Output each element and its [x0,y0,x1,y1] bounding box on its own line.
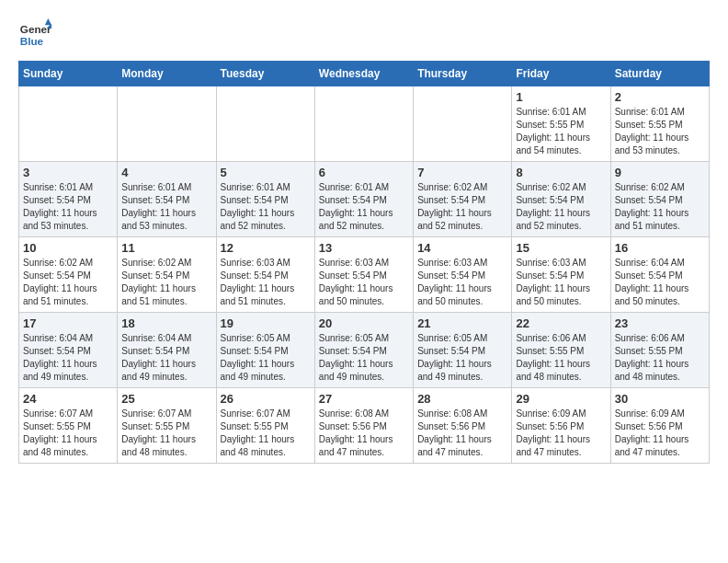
day-info: Sunrise: 6:08 AM Sunset: 5:56 PM Dayligh… [417,408,507,459]
day-number: 2 [615,90,705,104]
calendar-cell: 2Sunrise: 6:01 AM Sunset: 5:55 PM Daylig… [610,86,709,162]
day-info: Sunrise: 6:07 AM Sunset: 5:55 PM Dayligh… [121,408,211,459]
day-number: 29 [516,392,606,406]
day-info: Sunrise: 6:08 AM Sunset: 5:56 PM Dayligh… [319,408,409,459]
day-number: 3 [23,166,113,179]
day-number: 23 [615,316,705,330]
calendar-cell: 16Sunrise: 6:04 AM Sunset: 5:54 PM Dayli… [610,237,709,313]
day-info: Sunrise: 6:01 AM Sunset: 5:55 PM Dayligh… [516,106,606,157]
calendar-week-row: 24Sunrise: 6:07 AM Sunset: 5:55 PM Dayli… [19,388,710,464]
day-info: Sunrise: 6:07 AM Sunset: 5:55 PM Dayligh… [23,408,113,459]
day-number: 12 [221,241,311,255]
day-number: 5 [221,166,311,179]
day-info: Sunrise: 6:01 AM Sunset: 5:55 PM Dayligh… [615,106,705,157]
calendar-cell: 27Sunrise: 6:08 AM Sunset: 5:56 PM Dayli… [314,388,413,464]
calendar-cell: 30Sunrise: 6:09 AM Sunset: 5:56 PM Dayli… [610,388,709,464]
calendar-table: SundayMondayTuesdayWednesdayThursdayFrid… [18,61,710,464]
day-number: 6 [319,166,409,179]
day-number: 4 [121,166,211,179]
calendar-week-row: 3Sunrise: 6:01 AM Sunset: 5:54 PM Daylig… [19,162,710,237]
day-info: Sunrise: 6:07 AM Sunset: 5:55 PM Dayligh… [221,408,311,459]
day-number: 14 [417,241,507,255]
calendar-cell: 21Sunrise: 6:05 AM Sunset: 5:54 PM Dayli… [414,313,512,388]
day-number: 28 [417,392,507,406]
calendar-cell: 29Sunrise: 6:09 AM Sunset: 5:56 PM Dayli… [512,388,610,464]
calendar-cell [414,86,512,162]
day-number: 27 [319,392,409,406]
logo-icon: General Blue [18,18,51,52]
calendar-cell [118,86,216,162]
svg-marker-2 [45,18,51,25]
day-number: 11 [121,241,211,255]
day-number: 24 [23,392,113,406]
day-number: 17 [23,316,113,330]
day-info: Sunrise: 6:05 AM Sunset: 5:54 PM Dayligh… [221,332,311,384]
logo: General Blue [18,18,51,52]
day-of-week-header: Tuesday [216,62,314,86]
day-number: 25 [121,392,211,406]
day-info: Sunrise: 6:06 AM Sunset: 5:55 PM Dayligh… [516,332,606,384]
day-info: Sunrise: 6:03 AM Sunset: 5:54 PM Dayligh… [319,257,409,308]
calendar-cell: 3Sunrise: 6:01 AM Sunset: 5:54 PM Daylig… [19,162,118,237]
day-info: Sunrise: 6:03 AM Sunset: 5:54 PM Dayligh… [417,257,507,308]
day-info: Sunrise: 6:01 AM Sunset: 5:54 PM Dayligh… [221,181,311,233]
day-number: 19 [221,316,311,330]
day-number: 9 [615,166,705,179]
day-number: 15 [516,241,606,255]
calendar-cell: 14Sunrise: 6:03 AM Sunset: 5:54 PM Dayli… [414,237,512,313]
day-number: 13 [319,241,409,255]
calendar-cell [314,86,413,162]
day-number: 30 [615,392,705,406]
calendar-cell: 1Sunrise: 6:01 AM Sunset: 5:55 PM Daylig… [512,86,610,162]
calendar-cell: 4Sunrise: 6:01 AM Sunset: 5:54 PM Daylig… [118,162,216,237]
day-number: 26 [221,392,311,406]
day-number: 1 [516,90,606,104]
day-info: Sunrise: 6:01 AM Sunset: 5:54 PM Dayligh… [319,181,409,233]
calendar-cell: 19Sunrise: 6:05 AM Sunset: 5:54 PM Dayli… [216,313,314,388]
calendar-cell [19,86,118,162]
day-info: Sunrise: 6:04 AM Sunset: 5:54 PM Dayligh… [615,257,705,308]
calendar-cell [216,86,314,162]
calendar-cell: 6Sunrise: 6:01 AM Sunset: 5:54 PM Daylig… [314,162,413,237]
calendar-cell: 18Sunrise: 6:04 AM Sunset: 5:54 PM Dayli… [118,313,216,388]
calendar-cell: 15Sunrise: 6:03 AM Sunset: 5:54 PM Dayli… [512,237,610,313]
day-number: 18 [121,316,211,330]
calendar-cell: 22Sunrise: 6:06 AM Sunset: 5:55 PM Dayli… [512,313,610,388]
day-info: Sunrise: 6:01 AM Sunset: 5:54 PM Dayligh… [121,181,211,233]
day-number: 20 [319,316,409,330]
day-number: 7 [417,166,507,179]
calendar-cell: 8Sunrise: 6:02 AM Sunset: 5:54 PM Daylig… [512,162,610,237]
calendar-cell: 13Sunrise: 6:03 AM Sunset: 5:54 PM Dayli… [314,237,413,313]
day-info: Sunrise: 6:05 AM Sunset: 5:54 PM Dayligh… [319,332,409,384]
day-info: Sunrise: 6:03 AM Sunset: 5:54 PM Dayligh… [516,257,606,308]
day-of-week-header: Sunday [19,62,118,86]
day-info: Sunrise: 6:04 AM Sunset: 5:54 PM Dayligh… [121,332,211,384]
day-of-week-header: Monday [118,62,216,86]
calendar-cell: 23Sunrise: 6:06 AM Sunset: 5:55 PM Dayli… [610,313,709,388]
day-info: Sunrise: 6:09 AM Sunset: 5:56 PM Dayligh… [615,408,705,459]
calendar-cell: 11Sunrise: 6:02 AM Sunset: 5:54 PM Dayli… [118,237,216,313]
page-header: General Blue [18,18,710,52]
day-info: Sunrise: 6:02 AM Sunset: 5:54 PM Dayligh… [23,257,113,308]
calendar-cell: 17Sunrise: 6:04 AM Sunset: 5:54 PM Dayli… [19,313,118,388]
svg-text:Blue: Blue [20,35,44,47]
day-number: 21 [417,316,507,330]
day-info: Sunrise: 6:02 AM Sunset: 5:54 PM Dayligh… [615,181,705,233]
calendar-cell: 25Sunrise: 6:07 AM Sunset: 5:55 PM Dayli… [118,388,216,464]
day-info: Sunrise: 6:02 AM Sunset: 5:54 PM Dayligh… [121,257,211,308]
calendar-cell: 10Sunrise: 6:02 AM Sunset: 5:54 PM Dayli… [19,237,118,313]
calendar-header-row: SundayMondayTuesdayWednesdayThursdayFrid… [19,62,710,86]
day-of-week-header: Saturday [610,62,709,86]
calendar-cell: 20Sunrise: 6:05 AM Sunset: 5:54 PM Dayli… [314,313,413,388]
calendar-cell: 26Sunrise: 6:07 AM Sunset: 5:55 PM Dayli… [216,388,314,464]
calendar-cell: 5Sunrise: 6:01 AM Sunset: 5:54 PM Daylig… [216,162,314,237]
day-number: 22 [516,316,606,330]
day-info: Sunrise: 6:05 AM Sunset: 5:54 PM Dayligh… [417,332,507,384]
calendar-week-row: 1Sunrise: 6:01 AM Sunset: 5:55 PM Daylig… [19,86,710,162]
calendar-cell: 12Sunrise: 6:03 AM Sunset: 5:54 PM Dayli… [216,237,314,313]
calendar-week-row: 10Sunrise: 6:02 AM Sunset: 5:54 PM Dayli… [19,237,710,313]
day-number: 16 [615,241,705,255]
day-info: Sunrise: 6:03 AM Sunset: 5:54 PM Dayligh… [221,257,311,308]
day-number: 8 [516,166,606,179]
day-number: 10 [23,241,113,255]
